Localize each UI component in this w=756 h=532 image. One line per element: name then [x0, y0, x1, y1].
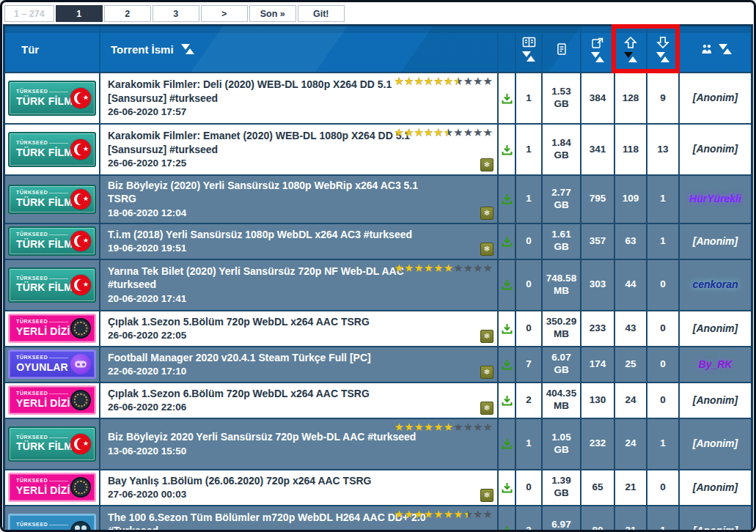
gamepad-icon [70, 354, 91, 374]
category-cell: TÜRKSEED TÜRK FİLMİ ★ [5, 260, 99, 310]
header-snatched-column[interactable] [580, 26, 614, 72]
category-badge[interactable]: TÜRKSEED YERLİ DİZİ [8, 314, 96, 343]
download-button[interactable] [497, 73, 515, 123]
star-rating: ★★★★★★★★★★★★★★★★★★★★ [394, 127, 493, 138]
download-button[interactable] [497, 506, 515, 532]
sort-icon-active[interactable] [624, 52, 637, 62]
star-rating: ★★★★★★★★★★★★★★★★★★★★ [394, 421, 493, 432]
badge-brand-label: TÜRKSEED [16, 478, 68, 484]
uploader-cell: cenkoran [678, 260, 751, 310]
category-badge[interactable]: TÜRKSEED OYUNLAR [8, 350, 96, 379]
size-cell: 1.84 GB [541, 125, 580, 174]
uploader-people-icon [700, 43, 714, 55]
files-count-cell: 3 [515, 506, 541, 532]
pagination-page-3[interactable]: 3 [153, 5, 199, 22]
torrent-date: 26-06-2020 22:05 [108, 330, 186, 342]
category-badge[interactable]: TÜRKSEED YERLİ DİZİ [8, 385, 96, 415]
uploader-name[interactable]: HürYürekli [689, 193, 741, 206]
leechers-down-icon [656, 36, 670, 49]
download-icon [501, 144, 513, 156]
torrent-title-link[interactable]: Karakomik Filmler: Emanet (2020) WEB-DL … [108, 129, 432, 156]
seeders-count-cell: 128 [614, 73, 646, 123]
torrent-rows: TÜRKSEED TÜRK FİLMİ ★ ★★★★★★★★★★★★★★★★★★… [5, 72, 751, 532]
leechers-count-cell: 1 [646, 506, 678, 532]
header-size-column[interactable] [541, 26, 580, 72]
header-leechers-column[interactable] [646, 26, 678, 72]
header-name-column[interactable]: Torrent İsmi [99, 26, 497, 72]
browser-page: 1 – 274 1 2 3 > Son » Git! Tür Torrent İ… [0, 0, 756, 532]
badge-brand-label: TÜRKSEED [16, 391, 68, 397]
download-button[interactable] [497, 419, 515, 469]
torrent-title-link[interactable]: Bay Yanlış 1.Bölüm (26.06.2020) 720p x26… [108, 474, 372, 487]
download-button[interactable] [497, 383, 515, 418]
size-cell: 1.53 GB [541, 73, 580, 123]
download-button[interactable] [497, 347, 515, 382]
category-badge[interactable]: TÜRKSEED TÜRK FİLMİ ★ [8, 267, 96, 303]
torrent-name-cell: Football Manager 2020 v20.4.1 Steam Türk… [99, 347, 497, 382]
badge-brand-label: TÜRKSEED [16, 89, 68, 95]
download-icon [501, 481, 513, 494]
files-count-cell: 0 [515, 311, 541, 346]
uploader-name: [Anonim] [693, 525, 738, 532]
category-badge[interactable]: TÜRKSEED TÜRK FİLMİ ★ [8, 132, 96, 167]
download-button[interactable] [497, 470, 515, 505]
pagination-next-button[interactable]: > [201, 5, 248, 22]
torrent-row: TÜRKSEED YERLİ DİZİ Çıplak 1.Sezon 6.Böl… [5, 382, 751, 418]
seeders-count-cell: 63 [614, 224, 646, 259]
download-button[interactable] [497, 176, 515, 223]
seeders-count-cell: 43 [614, 311, 646, 346]
sort-icon[interactable] [181, 44, 194, 54]
header-seeders-column[interactable] [614, 26, 646, 72]
uploader-name[interactable]: cenkoran [692, 278, 738, 292]
category-badge[interactable]: TÜRKSEED BOX SET [8, 514, 96, 532]
header-uploader-column[interactable] [678, 26, 751, 72]
turkish-flag-icon: ★ [70, 88, 91, 108]
star-rating: ★★★★★★★★★★★★★★★★★★★★ [394, 75, 493, 86]
torrent-title-link[interactable]: Karakomik Filmler: Deli (2020) WEB-DL 10… [108, 78, 432, 105]
pagination-page-1[interactable]: 1 [56, 5, 103, 22]
torrent-row: TÜRKSEED TÜRK FİLMİ ★ ★★★★★★★★★★★★★★★★★★… [5, 123, 751, 174]
uploader-cell: [Anonim] [678, 419, 751, 469]
bonus-icon: ❄ [480, 330, 493, 343]
seeders-count-cell: 109 [614, 176, 646, 223]
torrent-title-link[interactable]: Biz Böyleyiz 2020 Yerli Sansürsüz 720p W… [108, 430, 416, 443]
bonus-icon: ❄ [480, 489, 493, 502]
header-type-column: Tür [5, 26, 99, 72]
seeders-count-cell: 24 [614, 419, 646, 469]
torrent-title-link[interactable]: Çıplak 1.Sezon 6.Bölüm 720p WebDL x264 A… [108, 387, 370, 400]
category-badge[interactable]: TÜRKSEED TÜRK FİLMİ ★ [8, 185, 96, 214]
torrent-row: TÜRKSEED YERLİ DİZİ Çıplak 1.Sezon 5.Böl… [5, 310, 751, 346]
header-files-column[interactable] [515, 26, 541, 72]
torrent-title-link[interactable]: Yarına Tek Bilet (2020) Yerli Sansürsüz … [108, 265, 432, 292]
torrent-date: 20-06-2020 17:41 [108, 293, 186, 306]
torrent-title-link[interactable]: T.i.m (2018) Yerli Sansürsüz 1080p WebDL… [108, 228, 412, 241]
torrent-title-link[interactable]: Biz Böyleyiz (2020) Yerli Sansürsüz 1080… [108, 179, 432, 206]
files-icon [522, 37, 536, 48]
torrent-title-link[interactable]: Football Manager 2020 v20.4.1 Steam Türk… [108, 351, 371, 364]
pagination-last-button[interactable]: Son » [249, 5, 296, 22]
torrent-title-link[interactable]: The 100 6.Sezon Tüm Bölümler m720p WebDL… [108, 511, 432, 532]
pagination-page-2[interactable]: 2 [104, 5, 151, 22]
category-badge[interactable]: TÜRKSEED YERLİ DİZİ [8, 473, 96, 502]
category-badge[interactable]: TÜRKSEED TÜRK FİLMİ ★ [8, 426, 96, 462]
leechers-count-cell: 1 [646, 176, 678, 223]
download-button[interactable] [497, 125, 515, 174]
sort-icon[interactable] [719, 44, 732, 54]
category-badge[interactable]: TÜRKSEED TÜRK FİLMİ ★ [8, 226, 96, 256]
sort-icon[interactable] [522, 51, 535, 62]
size-cell: 1.39 GB [541, 470, 580, 505]
category-cell: TÜRKSEED TÜRK FİLMİ ★ [5, 419, 99, 469]
badge-category-label: TÜRK FİLMİ [16, 95, 68, 108]
download-button[interactable] [497, 260, 515, 310]
download-button[interactable] [497, 311, 515, 346]
sort-icon[interactable] [591, 52, 604, 62]
uploader-name: [Anonim] [693, 235, 738, 248]
uploader-name[interactable]: By_RK [699, 358, 733, 372]
category-cell: TÜRKSEED YERLİ DİZİ [5, 383, 99, 418]
pagination-go-button[interactable]: Git! [298, 5, 345, 22]
sort-icon[interactable] [656, 52, 669, 62]
uploader-cell: [Anonim] [678, 73, 751, 123]
category-badge[interactable]: TÜRKSEED TÜRK FİLMİ ★ [8, 81, 96, 116]
download-button[interactable] [497, 224, 515, 259]
torrent-title-link[interactable]: Çıplak 1.Sezon 5.Bölüm 720p WebDL x264 A… [108, 315, 370, 328]
